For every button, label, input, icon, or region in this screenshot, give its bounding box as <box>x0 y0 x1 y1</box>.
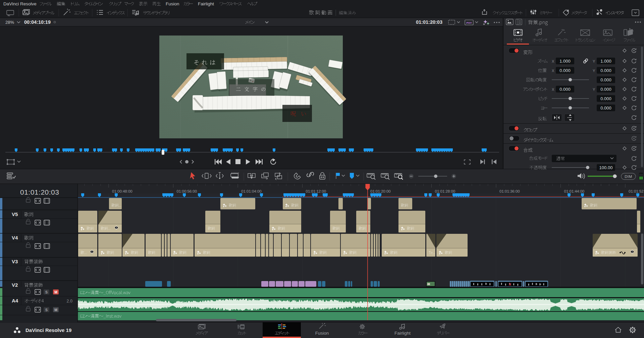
svg-text:01:00:48:00: 01:00:48:00 <box>112 189 132 193</box>
svg-text:01:01:20:00: 01:01:20:00 <box>370 189 391 193</box>
svg-text:01:01:04:00: 01:01:04:00 <box>241 189 262 193</box>
svg-text:01:01:36:00: 01:01:36:00 <box>499 189 520 193</box>
svg-text:S: S <box>45 290 48 294</box>
svg-text:0.000: 0.000 <box>600 96 611 101</box>
svg-text:01:01:52:00: 01:01:52:00 <box>629 189 644 193</box>
svg-text:100.00: 100.00 <box>599 165 613 170</box>
svg-text:Y: Y <box>593 69 595 73</box>
svg-text:Fusion: Fusion <box>166 1 179 6</box>
svg-text:01:01:20:03: 01:01:20:03 <box>20 188 59 196</box>
svg-text:V4: V4 <box>12 235 18 241</box>
svg-text:X: X <box>552 69 554 73</box>
svg-text:Y: Y <box>593 59 595 63</box>
svg-text:X: X <box>552 87 554 91</box>
svg-text:DaVinci Resolve 19: DaVinci Resolve 19 <box>25 327 71 333</box>
svg-text:V2: V2 <box>12 282 18 288</box>
svg-text:01:01:20:03: 01:01:20:03 <box>416 19 442 25</box>
svg-text:DIM: DIM <box>625 175 632 179</box>
svg-text:V3: V3 <box>12 259 18 264</box>
svg-text:0.000: 0.000 <box>559 87 571 92</box>
svg-text:V5: V5 <box>12 211 18 217</box>
svg-text:PXY: PXY <box>466 21 472 24</box>
svg-text:Fusion: Fusion <box>315 331 329 336</box>
svg-text:A4: A4 <box>12 298 18 303</box>
svg-text:0.000: 0.000 <box>559 68 571 73</box>
svg-text:01:01:12:00: 01:01:12:00 <box>306 189 326 193</box>
svg-text:Y: Y <box>593 87 595 91</box>
svg-text:28%: 28% <box>5 20 14 25</box>
svg-text:1.000: 1.000 <box>559 59 571 64</box>
svg-text:01:01:44:00: 01:01:44:00 <box>564 189 585 193</box>
svg-text:0.000: 0.000 <box>600 68 611 73</box>
svg-text:01:01:28:00: 01:01:28:00 <box>435 189 455 193</box>
svg-text:01:00:56:00: 01:00:56:00 <box>177 189 197 193</box>
svg-text:DaVinci Resolve: DaVinci Resolve <box>3 1 37 6</box>
svg-text:X: X <box>552 59 554 63</box>
svg-text:S: S <box>45 308 48 312</box>
svg-text:1.000: 1.000 <box>600 59 611 64</box>
svg-text:Fairlight: Fairlight <box>394 331 411 336</box>
svg-text:2.0: 2.0 <box>67 299 72 303</box>
svg-text:0.000: 0.000 <box>600 87 611 92</box>
svg-text:M: M <box>54 308 57 312</box>
svg-text:00:04:10:19: 00:04:10:19 <box>24 19 51 25</box>
svg-text:Fairlight: Fairlight <box>198 1 214 6</box>
svg-text:0.000: 0.000 <box>600 77 611 82</box>
svg-text:0.000: 0.000 <box>600 106 611 111</box>
svg-text:M: M <box>54 290 57 294</box>
